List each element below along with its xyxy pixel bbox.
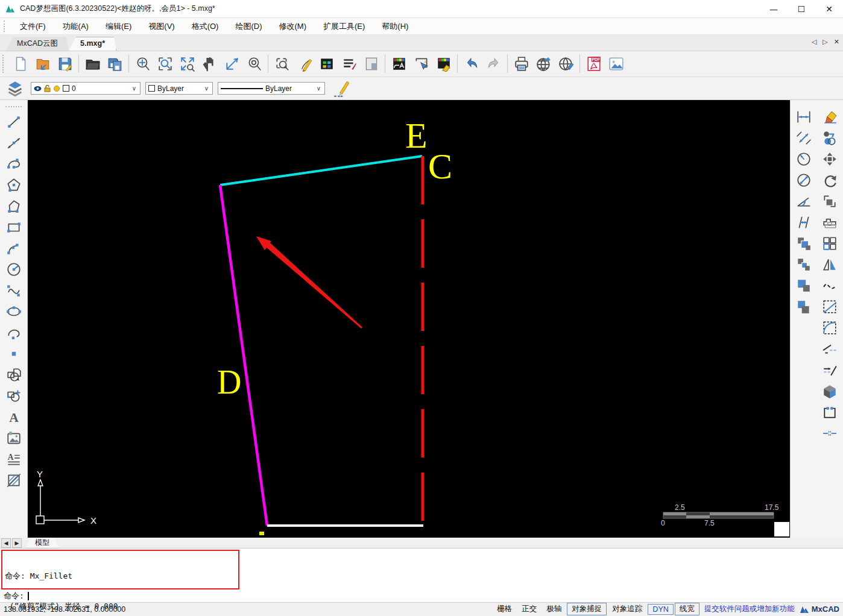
zoom-extents-button[interactable] [176,53,198,75]
construction-line-tool[interactable] [4,132,24,153]
scale-tool[interactable] [819,190,840,212]
join-tool[interactable] [819,423,840,444]
offset-tool[interactable] [819,212,840,233]
paste-tool[interactable] [794,275,814,296]
linetype-edit-button[interactable] [330,77,352,99]
pan-button[interactable] [198,53,221,75]
save-button[interactable] [54,53,76,75]
cyan-line-EC[interactable] [220,156,422,185]
web-edit-button[interactable] [555,53,577,75]
chamfer-tool[interactable] [819,296,840,317]
match-properties-button[interactable] [432,53,455,75]
zoom-window-button[interactable] [154,53,176,75]
insert-image-tool[interactable] [4,427,24,448]
web-publish-button[interactable] [532,53,555,75]
close-button[interactable]: ✕ [815,0,843,17]
menu-view[interactable]: 视图(V) [141,19,182,34]
open-file-button[interactable] [31,53,54,75]
extend-tool[interactable] [819,359,840,380]
erase-tool[interactable] [819,106,840,127]
spline-tool[interactable] [4,280,24,301]
canvas-corner-grip[interactable] [774,522,789,536]
mtext-tool[interactable]: A [4,448,24,470]
rectangle-tool[interactable] [4,216,24,237]
line-tool[interactable] [4,111,24,132]
dim-distance-tool[interactable] [794,212,814,233]
image-export-button[interactable] [605,53,627,75]
point-tool[interactable] [4,343,24,364]
mirror-tool[interactable] [819,254,840,275]
color-table-button[interactable] [315,53,338,75]
layers-button[interactable] [4,77,26,99]
open-folder-button[interactable] [81,53,104,75]
axes-measure-button[interactable] [221,53,243,75]
layout-scroll-left-button[interactable]: ◀ [1,538,11,548]
print-button[interactable] [510,53,532,75]
feedback-link[interactable]: 提交软件问题或增加新功能 [704,604,795,614]
move-tool[interactable] [819,148,840,169]
sketch-pencil-button[interactable] [293,53,315,75]
tab-mxcad-cloud[interactable]: MxCAD云图 [6,37,69,51]
redo-button[interactable] [482,53,505,75]
tab-drawing-5mxg[interactable]: 5.mxg* [69,37,116,51]
magenta-line-D[interactable] [220,185,267,526]
copy-tool[interactable] [794,233,814,254]
select-zoom-button[interactable] [271,53,293,75]
revision-arc-tool[interactable] [4,322,24,343]
insert-block-tool[interactable] [4,364,24,385]
save-as-button[interactable] [104,53,126,75]
menu-function[interactable]: 功能(A) [55,19,96,34]
hatch-tool[interactable] [4,470,24,491]
array-tool[interactable] [819,233,840,254]
linetype-select[interactable]: ByLayer ∨ [218,82,325,95]
copy-object-tool[interactable] [819,127,840,148]
arc-3point-tool[interactable] [4,237,24,259]
menu-help[interactable]: 帮助(H) [374,19,415,34]
text-tool[interactable]: A [4,406,24,427]
tab-close-icon[interactable]: ✕ [834,38,839,46]
toggle-grid[interactable]: 栅格 [493,603,516,615]
dim-radius-tool[interactable] [794,148,814,169]
minimize-button[interactable]: — [760,0,788,17]
rotate-tool[interactable] [819,169,840,190]
page-setup-button[interactable] [360,53,382,75]
text-style-button[interactable] [338,53,360,75]
pdf-export-button[interactable]: PDF [583,53,605,75]
trim-tool[interactable] [819,338,840,359]
tab-scroll-left-icon[interactable]: ◁ [812,38,816,46]
select-object-button[interactable] [410,53,432,75]
drawing-canvas[interactable]: E C D Y X [28,100,790,538]
toggle-ortho[interactable]: 正交 [517,603,541,615]
dim-aligned-tool[interactable] [794,127,814,148]
menu-ext-tools[interactable]: 扩展工具(E) [316,19,372,34]
dim-linear-tool[interactable] [794,106,814,127]
arc-tool[interactable] [4,153,24,174]
fillet-tool[interactable] [819,317,840,338]
toggle-dyn[interactable]: DYN [648,604,673,615]
zoom-dynamic-button[interactable] [131,53,154,75]
dim-diameter-tool[interactable] [794,169,814,190]
paste-block-tool[interactable] [794,296,814,317]
layout-scroll-right-button[interactable]: ▶ [12,538,22,548]
spline-edit-tool[interactable] [819,275,840,296]
toggle-polar[interactable]: 极轴 [542,603,566,615]
toggle-osnap[interactable]: 对象捕捉 [567,603,607,615]
explode-tool[interactable] [819,380,840,401]
undo-button[interactable] [460,53,482,75]
ellipse-tool[interactable] [4,301,24,322]
command-input-line[interactable]: 命令: [4,591,29,601]
menu-edit[interactable]: 编辑(E) [98,19,139,34]
maximize-button[interactable]: ☐ [788,0,815,17]
zoom-center-button[interactable] [243,53,265,75]
copy-multiple-tool[interactable] [794,254,814,275]
circle-tool[interactable] [4,259,24,280]
menu-format[interactable]: 格式(O) [185,19,226,34]
layer-select[interactable]: 0 ∨ [31,82,140,95]
polygon-tool[interactable] [4,174,24,195]
menu-file[interactable]: 文件(F) [13,19,53,34]
color-select[interactable]: ByLayer ∨ [145,82,213,95]
dim-angular-tool[interactable] [794,190,814,212]
toggle-lineweight[interactable]: 线宽 [675,603,699,615]
command-window[interactable]: 命令: Mx_Fillet (“修剪”模式) 半径 = 0.000 选择第一个对… [0,548,843,602]
new-file-button[interactable] [9,53,31,75]
